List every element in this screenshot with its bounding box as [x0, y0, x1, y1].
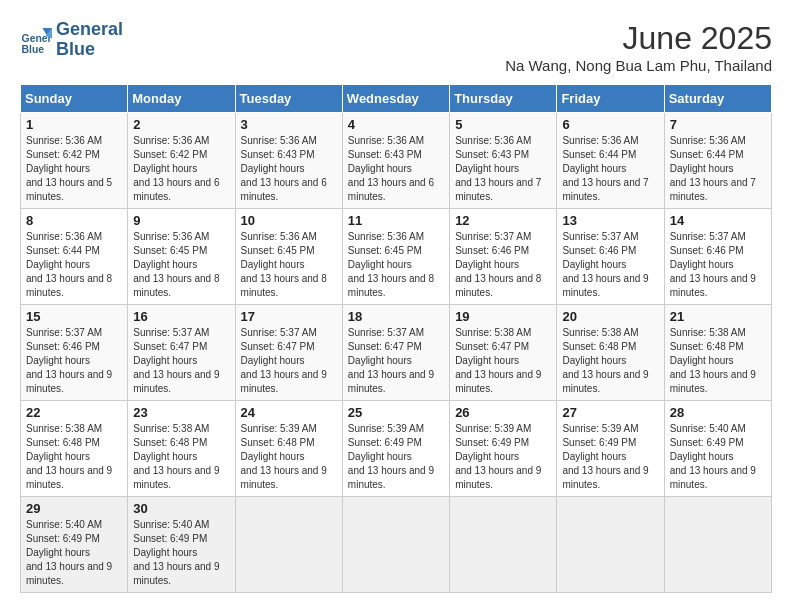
day-number: 4 — [348, 117, 444, 132]
table-row — [664, 497, 771, 593]
logo: General Blue General Blue — [20, 20, 123, 60]
table-row: 18 Sunrise: 5:37 AMSunset: 6:47 PMDaylig… — [342, 305, 449, 401]
day-number: 30 — [133, 501, 229, 516]
table-row: 12 Sunrise: 5:37 AMSunset: 6:46 PMDaylig… — [450, 209, 557, 305]
table-row: 9 Sunrise: 5:36 AMSunset: 6:45 PMDayligh… — [128, 209, 235, 305]
calendar-title: June 2025 — [505, 20, 772, 57]
day-info: Sunrise: 5:36 AMSunset: 6:43 PMDaylight … — [348, 135, 434, 202]
day-number: 27 — [562, 405, 658, 420]
day-number: 12 — [455, 213, 551, 228]
day-info: Sunrise: 5:39 AMSunset: 6:48 PMDaylight … — [241, 423, 327, 490]
table-row: 29 Sunrise: 5:40 AMSunset: 6:49 PMDaylig… — [21, 497, 128, 593]
day-info: Sunrise: 5:37 AMSunset: 6:46 PMDaylight … — [455, 231, 541, 298]
day-info: Sunrise: 5:36 AMSunset: 6:43 PMDaylight … — [455, 135, 541, 202]
col-sunday: Sunday — [21, 85, 128, 113]
table-row: 20 Sunrise: 5:38 AMSunset: 6:48 PMDaylig… — [557, 305, 664, 401]
day-info: Sunrise: 5:37 AMSunset: 6:47 PMDaylight … — [241, 327, 327, 394]
day-info: Sunrise: 5:38 AMSunset: 6:48 PMDaylight … — [670, 327, 756, 394]
day-number: 14 — [670, 213, 766, 228]
day-number: 15 — [26, 309, 122, 324]
col-monday: Monday — [128, 85, 235, 113]
day-info: Sunrise: 5:38 AMSunset: 6:48 PMDaylight … — [26, 423, 112, 490]
day-number: 13 — [562, 213, 658, 228]
day-number: 9 — [133, 213, 229, 228]
calendar-week-row: 22 Sunrise: 5:38 AMSunset: 6:48 PMDaylig… — [21, 401, 772, 497]
day-info: Sunrise: 5:40 AMSunset: 6:49 PMDaylight … — [26, 519, 112, 586]
table-row: 1 Sunrise: 5:36 AMSunset: 6:42 PMDayligh… — [21, 113, 128, 209]
col-tuesday: Tuesday — [235, 85, 342, 113]
table-row: 24 Sunrise: 5:39 AMSunset: 6:48 PMDaylig… — [235, 401, 342, 497]
day-number: 19 — [455, 309, 551, 324]
day-info: Sunrise: 5:38 AMSunset: 6:47 PMDaylight … — [455, 327, 541, 394]
table-row: 17 Sunrise: 5:37 AMSunset: 6:47 PMDaylig… — [235, 305, 342, 401]
day-number: 18 — [348, 309, 444, 324]
table-row: 30 Sunrise: 5:40 AMSunset: 6:49 PMDaylig… — [128, 497, 235, 593]
calendar-header-row: Sunday Monday Tuesday Wednesday Thursday… — [21, 85, 772, 113]
day-info: Sunrise: 5:36 AMSunset: 6:45 PMDaylight … — [348, 231, 434, 298]
day-info: Sunrise: 5:40 AMSunset: 6:49 PMDaylight … — [133, 519, 219, 586]
title-block: June 2025 Na Wang, Nong Bua Lam Phu, Tha… — [505, 20, 772, 74]
day-number: 7 — [670, 117, 766, 132]
day-number: 2 — [133, 117, 229, 132]
table-row — [557, 497, 664, 593]
calendar-subtitle: Na Wang, Nong Bua Lam Phu, Thailand — [505, 57, 772, 74]
day-info: Sunrise: 5:37 AMSunset: 6:46 PMDaylight … — [562, 231, 648, 298]
table-row: 14 Sunrise: 5:37 AMSunset: 6:46 PMDaylig… — [664, 209, 771, 305]
day-info: Sunrise: 5:36 AMSunset: 6:45 PMDaylight … — [133, 231, 219, 298]
day-info: Sunrise: 5:37 AMSunset: 6:47 PMDaylight … — [133, 327, 219, 394]
day-info: Sunrise: 5:39 AMSunset: 6:49 PMDaylight … — [348, 423, 434, 490]
day-number: 1 — [26, 117, 122, 132]
day-number: 3 — [241, 117, 337, 132]
day-number: 28 — [670, 405, 766, 420]
page-header: General Blue General Blue June 2025 Na W… — [20, 20, 772, 74]
calendar-week-row: 1 Sunrise: 5:36 AMSunset: 6:42 PMDayligh… — [21, 113, 772, 209]
table-row: 4 Sunrise: 5:36 AMSunset: 6:43 PMDayligh… — [342, 113, 449, 209]
table-row: 7 Sunrise: 5:36 AMSunset: 6:44 PMDayligh… — [664, 113, 771, 209]
calendar-table: Sunday Monday Tuesday Wednesday Thursday… — [20, 84, 772, 593]
table-row: 3 Sunrise: 5:36 AMSunset: 6:43 PMDayligh… — [235, 113, 342, 209]
table-row: 19 Sunrise: 5:38 AMSunset: 6:47 PMDaylig… — [450, 305, 557, 401]
day-number: 10 — [241, 213, 337, 228]
table-row: 11 Sunrise: 5:36 AMSunset: 6:45 PMDaylig… — [342, 209, 449, 305]
day-info: Sunrise: 5:36 AMSunset: 6:43 PMDaylight … — [241, 135, 327, 202]
table-row — [342, 497, 449, 593]
day-number: 21 — [670, 309, 766, 324]
table-row: 8 Sunrise: 5:36 AMSunset: 6:44 PMDayligh… — [21, 209, 128, 305]
col-friday: Friday — [557, 85, 664, 113]
table-row: 26 Sunrise: 5:39 AMSunset: 6:49 PMDaylig… — [450, 401, 557, 497]
table-row: 25 Sunrise: 5:39 AMSunset: 6:49 PMDaylig… — [342, 401, 449, 497]
col-saturday: Saturday — [664, 85, 771, 113]
day-info: Sunrise: 5:38 AMSunset: 6:48 PMDaylight … — [562, 327, 648, 394]
table-row: 10 Sunrise: 5:36 AMSunset: 6:45 PMDaylig… — [235, 209, 342, 305]
col-thursday: Thursday — [450, 85, 557, 113]
calendar-week-row: 8 Sunrise: 5:36 AMSunset: 6:44 PMDayligh… — [21, 209, 772, 305]
col-wednesday: Wednesday — [342, 85, 449, 113]
day-info: Sunrise: 5:36 AMSunset: 6:42 PMDaylight … — [26, 135, 112, 202]
logo-text: General Blue — [56, 20, 123, 60]
day-number: 8 — [26, 213, 122, 228]
table-row — [235, 497, 342, 593]
day-number: 29 — [26, 501, 122, 516]
day-info: Sunrise: 5:38 AMSunset: 6:48 PMDaylight … — [133, 423, 219, 490]
day-info: Sunrise: 5:39 AMSunset: 6:49 PMDaylight … — [562, 423, 648, 490]
day-info: Sunrise: 5:36 AMSunset: 6:44 PMDaylight … — [670, 135, 756, 202]
day-number: 6 — [562, 117, 658, 132]
day-number: 23 — [133, 405, 229, 420]
day-number: 17 — [241, 309, 337, 324]
day-info: Sunrise: 5:40 AMSunset: 6:49 PMDaylight … — [670, 423, 756, 490]
table-row: 15 Sunrise: 5:37 AMSunset: 6:46 PMDaylig… — [21, 305, 128, 401]
day-number: 16 — [133, 309, 229, 324]
table-row — [450, 497, 557, 593]
day-info: Sunrise: 5:37 AMSunset: 6:46 PMDaylight … — [670, 231, 756, 298]
svg-text:Blue: Blue — [22, 44, 45, 55]
table-row: 13 Sunrise: 5:37 AMSunset: 6:46 PMDaylig… — [557, 209, 664, 305]
day-number: 11 — [348, 213, 444, 228]
day-number: 24 — [241, 405, 337, 420]
table-row: 27 Sunrise: 5:39 AMSunset: 6:49 PMDaylig… — [557, 401, 664, 497]
table-row: 5 Sunrise: 5:36 AMSunset: 6:43 PMDayligh… — [450, 113, 557, 209]
day-info: Sunrise: 5:37 AMSunset: 6:46 PMDaylight … — [26, 327, 112, 394]
calendar-week-row: 29 Sunrise: 5:40 AMSunset: 6:49 PMDaylig… — [21, 497, 772, 593]
table-row: 2 Sunrise: 5:36 AMSunset: 6:42 PMDayligh… — [128, 113, 235, 209]
table-row: 21 Sunrise: 5:38 AMSunset: 6:48 PMDaylig… — [664, 305, 771, 401]
day-number: 20 — [562, 309, 658, 324]
